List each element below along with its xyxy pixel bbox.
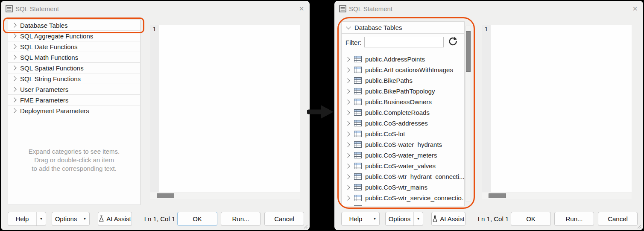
table-row-cos-wtr-mains[interactable]: public.CoS-wtr_mains xyxy=(342,182,464,193)
run-button[interactable]: Run... xyxy=(554,212,594,226)
table-label: public.BikePaths xyxy=(365,77,413,84)
refresh-button[interactable] xyxy=(446,35,460,49)
category-row-user-parameters[interactable]: User Parameters xyxy=(8,84,140,95)
help-button[interactable]: Help ▼ xyxy=(341,212,380,226)
flask-icon xyxy=(99,215,104,222)
hint-line: Drag or double-click an item xyxy=(8,156,140,164)
window-title: SQL Statement xyxy=(15,5,59,12)
table-row-bikepathtopology[interactable]: public.BikePathTopology xyxy=(342,86,464,96)
table-row-addresspoints[interactable]: public.AddressPoints xyxy=(342,54,464,64)
table-icon xyxy=(354,131,362,137)
cancel-button[interactable]: Cancel xyxy=(598,212,638,226)
options-label: Options xyxy=(52,215,80,222)
line-number-gutter: 1 xyxy=(482,25,491,192)
chevron-right-icon xyxy=(345,132,350,136)
table-icon xyxy=(354,163,362,169)
ai-assist-label: AI Assist xyxy=(440,215,465,222)
refresh-icon xyxy=(448,36,458,47)
help-button[interactable]: Help ▼ xyxy=(8,212,46,226)
sql-editor[interactable]: 1 xyxy=(150,25,300,192)
category-row-sql-aggregate-functions[interactable]: SQL Aggregate Functions xyxy=(8,31,140,41)
resize-grip[interactable] xyxy=(636,224,641,229)
sql-editor-text-area[interactable] xyxy=(159,25,300,192)
options-button[interactable]: Options ▼ xyxy=(385,212,423,226)
chevron-right-icon xyxy=(345,164,350,168)
chevron-right-icon xyxy=(345,153,350,158)
tree-header-label: Database Tables xyxy=(354,24,402,31)
table-row-clipped[interactable]: public.… xyxy=(342,203,464,206)
chevron-right-icon xyxy=(345,174,350,179)
table-row-cos-addresses[interactable]: public.CoS-addresses xyxy=(342,118,464,129)
table-label: public.ArtLocationsWithImages xyxy=(365,66,453,73)
ai-assist-button[interactable]: AI Assist xyxy=(431,212,465,226)
tree-vertical-scrollbar[interactable] xyxy=(465,26,471,202)
chevron-right-icon xyxy=(345,78,350,83)
category-row-database-tables[interactable]: Database Tables xyxy=(8,20,140,31)
dropdown-caret-icon: ▼ xyxy=(414,217,423,221)
category-row-sql-spatial-functions[interactable]: SQL Spatial Functions xyxy=(8,63,140,73)
table-icon xyxy=(354,184,362,190)
options-button[interactable]: Options ▼ xyxy=(52,212,90,226)
editor-horizontal-scrollbar[interactable] xyxy=(482,193,632,199)
hint-text: Expand categories to see items. Drag or … xyxy=(8,147,140,173)
scrollbar-thumb[interactable] xyxy=(157,193,174,198)
table-label: public.BusinessOwners xyxy=(365,98,432,105)
category-row-fme-parameters[interactable]: FME Parameters xyxy=(8,95,140,105)
category-label: FME Parameters xyxy=(20,96,68,104)
scrollbar-thumb[interactable] xyxy=(489,193,506,198)
table-row-artlocationswithimages[interactable]: public.ArtLocationsWithImages xyxy=(342,64,464,75)
table-icon xyxy=(354,205,362,206)
category-label: SQL Spatial Functions xyxy=(20,64,84,72)
scrollbar-thumb[interactable] xyxy=(466,31,471,72)
table-row-cos-water-meters[interactable]: public.CoS-water_meters xyxy=(342,150,464,161)
category-row-sql-date-functions[interactable]: SQL Date Functions xyxy=(8,41,140,52)
filter-input[interactable] xyxy=(364,37,444,47)
ok-button[interactable]: OK xyxy=(511,212,551,226)
close-button[interactable]: × xyxy=(629,3,641,15)
table-row-businessowners[interactable]: public.BusinessOwners xyxy=(342,96,464,107)
table-label: public.CoS-water_valves xyxy=(365,162,436,170)
chevron-right-icon xyxy=(12,55,16,59)
table-label: public.CoS-lot xyxy=(365,130,405,137)
table-icon xyxy=(354,120,362,126)
sql-statement-dialog-after: SQL Statement × Database Tables Filter: … xyxy=(334,1,643,230)
table-row-bikepaths[interactable]: public.BikePaths xyxy=(342,75,464,86)
table-icon xyxy=(354,56,362,62)
cancel-button[interactable]: Cancel xyxy=(264,212,304,226)
table-row-cos-wtr-service-connections[interactable]: public.CoS-wtr_service_connectio... xyxy=(342,193,464,203)
options-label: Options xyxy=(386,215,413,222)
screenshot-canvas: SQL Statement × Database Tables SQL Aggr… xyxy=(0,0,644,231)
sql-statement-icon xyxy=(339,5,346,12)
table-label: public.CoS-water_hydrants xyxy=(365,141,442,148)
table-row-cos-wtr-hydrant-connections[interactable]: public.CoS-wtr_hydrant_connecti... xyxy=(342,171,464,182)
run-button[interactable]: Run... xyxy=(221,212,261,226)
table-label: public.CompleteRoads xyxy=(365,109,430,116)
table-row-cos-water-hydrants[interactable]: public.CoS-water_hydrants xyxy=(342,139,464,150)
editor-horizontal-scrollbar[interactable] xyxy=(150,193,300,199)
ok-button[interactable]: OK xyxy=(177,212,217,226)
table-icon xyxy=(354,88,362,94)
table-label: public.CoS-wtr_mains xyxy=(365,184,427,191)
sql-editor-text-area[interactable] xyxy=(491,25,632,192)
chevron-right-icon xyxy=(345,185,350,190)
chevron-right-icon xyxy=(345,110,350,115)
sql-editor[interactable]: 1 xyxy=(482,25,632,192)
chevron-right-icon xyxy=(345,67,350,72)
table-icon xyxy=(354,141,362,148)
table-row-cos-lot[interactable]: public.CoS-lot xyxy=(342,129,464,139)
resize-grip[interactable] xyxy=(303,224,308,229)
category-row-sql-string-functions[interactable]: SQL String Functions xyxy=(8,73,140,84)
chevron-right-icon xyxy=(12,44,16,49)
ai-assist-button[interactable]: AI Assist xyxy=(98,212,132,226)
chevron-right-icon xyxy=(12,97,16,102)
category-row-deployment-parameters[interactable]: Deployment Parameters xyxy=(8,105,140,116)
table-row-cos-water-valves[interactable]: public.CoS-water_valves xyxy=(342,161,464,171)
close-button[interactable]: × xyxy=(296,3,307,15)
tree-category-database-tables[interactable]: Database Tables xyxy=(342,22,464,34)
table-icon xyxy=(354,173,362,180)
dropdown-caret-icon: ▼ xyxy=(37,217,46,221)
table-icon xyxy=(354,195,362,201)
table-row-completeroads[interactable]: public.CompleteRoads xyxy=(342,107,464,118)
category-row-sql-math-functions[interactable]: SQL Math Functions xyxy=(8,52,140,63)
hint-line: to add the corresponding text. xyxy=(8,164,140,173)
